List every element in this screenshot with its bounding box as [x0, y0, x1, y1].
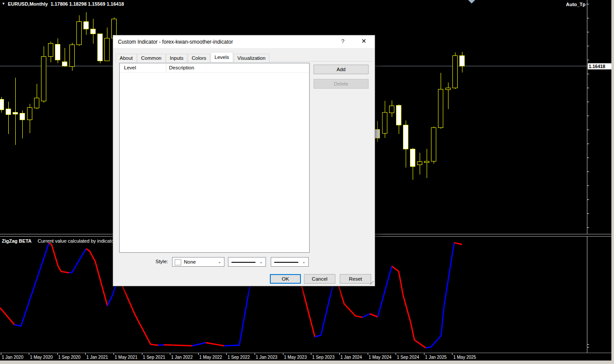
time-axis-label: 1 Sep 2023 — [312, 355, 335, 360]
tab-common[interactable]: Common — [137, 54, 166, 62]
time-axis-tick — [170, 353, 170, 355]
time-axis-label: 1 May 2023 — [284, 355, 307, 360]
candle — [446, 82, 451, 109]
time-axis-tick — [424, 353, 424, 355]
price-axis-tick — [587, 144, 589, 144]
indicator-axis-tick — [587, 347, 589, 347]
candle — [424, 149, 429, 178]
time-axis-label: 1 Jan 2021 — [86, 355, 108, 360]
candle — [41, 46, 46, 103]
zigzag-segment — [0, 308, 14, 325]
current-price-tag: 1.16418 — [588, 63, 612, 69]
time-axis-label: 1 May 2024 — [369, 355, 391, 360]
chart-dropdown-caret-icon[interactable]: ▼ — [2, 2, 5, 6]
price-axis-tick — [587, 172, 589, 172]
price-axis-tick — [587, 46, 589, 46]
zigzag-segment — [192, 343, 206, 346]
candle — [6, 102, 11, 134]
dialog-titlebar[interactable]: Custom Indicator - forex-kwan-smoother-i… — [113, 35, 375, 48]
zigzag-segment — [206, 343, 224, 346]
time-axis-tick — [198, 353, 199, 355]
price-axis-tick — [587, 74, 589, 74]
tab-inputs[interactable]: Inputs — [166, 54, 187, 62]
zigzag-segment — [164, 345, 192, 346]
price-axis-tick — [587, 185, 589, 186]
candle — [417, 153, 422, 175]
custom-indicator-dialog: Custom Indicator - forex-kwan-smoother-i… — [113, 35, 375, 286]
price-axis-tick — [587, 102, 589, 102]
indicator-axis-tick — [587, 344, 589, 345]
line-style-sample — [231, 262, 255, 263]
style-label: Style: — [155, 259, 168, 264]
zigzag-segment — [426, 243, 454, 348]
time-axis[interactable]: 1 Jan 20201 May 20201 Sep 20201 Jan 2021… — [0, 353, 611, 361]
zigzag-segment — [362, 314, 370, 317]
time-axis-label: 1 Sep 2021 — [143, 355, 165, 360]
tab-levels[interactable]: Levels — [210, 52, 233, 62]
tab-about[interactable]: About — [116, 54, 137, 62]
help-button[interactable]: ? — [338, 38, 348, 46]
cancel-button[interactable]: Cancel — [304, 274, 335, 284]
time-axis-label: 1 Jan 2020 — [2, 355, 24, 360]
price-axis[interactable]: 1.246801.228101.209401.190701.172001.153… — [587, 0, 611, 361]
zigzag-segment — [454, 243, 462, 244]
time-axis-tick — [142, 353, 142, 355]
candle — [0, 97, 4, 113]
column-level[interactable]: Level — [124, 65, 136, 70]
line-style-select[interactable]: ⌄ — [228, 257, 266, 267]
time-axis-label: 1 May 2025 — [453, 355, 476, 360]
chart-symbol-title: ▼EURUSD,Monthly 1.17806 1.18298 1.15569 … — [2, 1, 124, 7]
price-axis-tick — [587, 18, 589, 18]
candle — [453, 52, 458, 89]
color-swatch-none — [175, 259, 181, 265]
line-width-select[interactable]: ⌄ — [271, 257, 309, 267]
candle — [383, 101, 387, 138]
close-icon[interactable]: ✕ — [358, 38, 369, 46]
price-axis-tick — [587, 32, 589, 32]
delete-button[interactable]: Delete — [314, 79, 369, 89]
zigzag-segment — [49, 243, 69, 273]
column-description[interactable]: Description — [169, 65, 194, 70]
reset-button[interactable]: Reset — [340, 274, 371, 284]
candle — [34, 84, 39, 109]
price-axis-tick — [587, 60, 589, 60]
ok-button[interactable]: OK — [270, 274, 301, 284]
level-color-select[interactable]: None ⌄ — [172, 257, 224, 267]
candle — [375, 121, 380, 142]
window-bottom-edge — [0, 361, 614, 364]
time-axis-label: 1 Sep 2022 — [228, 355, 250, 360]
zigzag-segment — [119, 279, 158, 345]
candle — [98, 34, 103, 63]
time-axis-tick — [452, 353, 452, 355]
levels-list[interactable]: Level Description — [119, 63, 310, 253]
chart-shift-marker-icon[interactable] — [468, 0, 475, 3]
candle — [460, 52, 465, 72]
time-axis-label: 1 May 2022 — [199, 355, 222, 360]
ohlc-values: 1.17806 1.18298 1.15569 1.16418 — [51, 1, 124, 7]
time-axis-tick — [57, 353, 58, 355]
tab-visualization[interactable]: Visualization — [234, 54, 269, 62]
color-select-value: None — [184, 259, 196, 264]
time-axis-label: 1 Jan 2024 — [340, 355, 362, 360]
time-axis-label: 1 Jan 2023 — [256, 355, 278, 360]
symbol-timeframe: EURUSD,Monthly — [8, 1, 48, 7]
candle — [84, 12, 89, 35]
zigzag-segment — [392, 266, 426, 348]
zigzag-segment — [370, 314, 378, 317]
dialog-tab-strip: AboutCommonInputsColorsLevelsVisualizati… — [116, 52, 373, 62]
candle — [397, 104, 401, 134]
resize-grip[interactable] — [370, 281, 373, 285]
zigzag-segment — [378, 266, 392, 317]
price-axis-tick — [587, 213, 589, 214]
time-axis-tick — [1, 353, 1, 355]
tab-colors[interactable]: Colors — [188, 54, 210, 62]
time-axis-tick — [255, 353, 255, 355]
time-axis-tick — [368, 353, 368, 355]
candle — [20, 110, 25, 138]
column-divider[interactable] — [166, 64, 166, 72]
price-axis-tick — [587, 158, 589, 158]
levels-list-header: Level Description — [120, 63, 309, 73]
candle — [438, 73, 443, 129]
add-button[interactable]: Add — [314, 65, 369, 74]
price-axis-separator — [587, 0, 587, 361]
